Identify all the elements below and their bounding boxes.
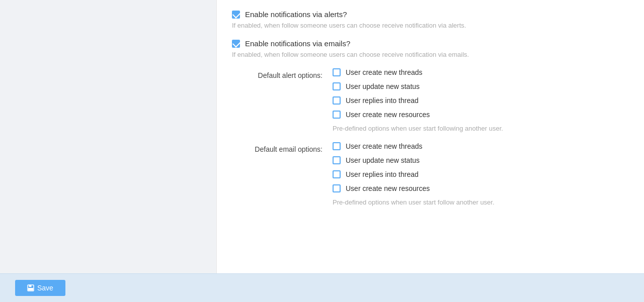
email-options-hint: Pre-defined options when user start foll…	[333, 198, 629, 206]
alert-option-status: User update new status	[333, 82, 629, 90]
alert-option-threads: User create new threads	[333, 68, 629, 76]
email-option-resources: User create new resources	[333, 184, 629, 192]
enable-emails-description: If enabled, when follow someone users ca…	[232, 51, 629, 58]
alert-option-resources: User create new resources	[333, 111, 629, 119]
footer-bar: Save	[0, 273, 644, 302]
email-resources-checkbox[interactable]	[333, 184, 341, 192]
default-alert-label: Default alert options:	[232, 68, 333, 79]
enable-alerts-label[interactable]: Enable notifications via alerts?	[245, 10, 347, 19]
enable-alerts-description: If enabled, when follow someone users ca…	[232, 22, 629, 29]
enable-emails-checkbox[interactable]	[232, 40, 240, 48]
alert-options-hint: Pre-defined options when user start foll…	[333, 125, 629, 132]
email-option-replies: User replies into thread	[333, 170, 629, 178]
email-resources-label[interactable]: User create new resources	[346, 184, 430, 192]
alert-resources-checkbox[interactable]	[333, 111, 341, 119]
alert-resources-label[interactable]: User create new resources	[346, 111, 430, 119]
svg-rect-1	[29, 285, 32, 287]
save-label: Save	[37, 284, 53, 292]
alert-status-label[interactable]: User update new status	[346, 82, 420, 90]
email-option-status: User update new status	[333, 156, 629, 164]
email-status-label[interactable]: User update new status	[346, 156, 420, 164]
alert-threads-label[interactable]: User create new threads	[346, 68, 423, 76]
email-option-threads: User create new threads	[333, 142, 629, 150]
email-status-checkbox[interactable]	[333, 156, 341, 164]
alert-option-replies: User replies into thread	[333, 96, 629, 105]
alert-replies-checkbox[interactable]	[333, 96, 341, 105]
emails-section: Enable notifications via emails? If enab…	[232, 39, 629, 58]
email-threads-label[interactable]: User create new threads	[346, 142, 423, 150]
alert-replies-label[interactable]: User replies into thread	[346, 96, 419, 105]
enable-emails-label[interactable]: Enable notifications via emails?	[245, 39, 350, 48]
default-email-controls: User create new threads User update new …	[333, 142, 629, 206]
default-email-label: Default email options:	[232, 142, 333, 153]
email-threads-checkbox[interactable]	[333, 142, 341, 150]
enable-alerts-checkbox[interactable]	[232, 11, 240, 19]
main-content: Enable notifications via alerts? If enab…	[216, 0, 644, 273]
alerts-section: Enable notifications via alerts? If enab…	[232, 10, 629, 29]
email-replies-label[interactable]: User replies into thread	[346, 170, 419, 178]
alert-threads-checkbox[interactable]	[333, 68, 341, 76]
save-button[interactable]: Save	[15, 280, 65, 296]
default-alert-controls: User create new threads User update new …	[333, 68, 629, 132]
alert-status-checkbox[interactable]	[333, 82, 341, 90]
email-replies-checkbox[interactable]	[333, 170, 341, 178]
default-email-options-row: Default email options: User create new t…	[232, 142, 629, 206]
svg-rect-2	[28, 288, 33, 290]
sidebar	[0, 0, 216, 273]
save-icon	[27, 284, 34, 291]
default-alert-options-row: Default alert options: User create new t…	[232, 68, 629, 132]
